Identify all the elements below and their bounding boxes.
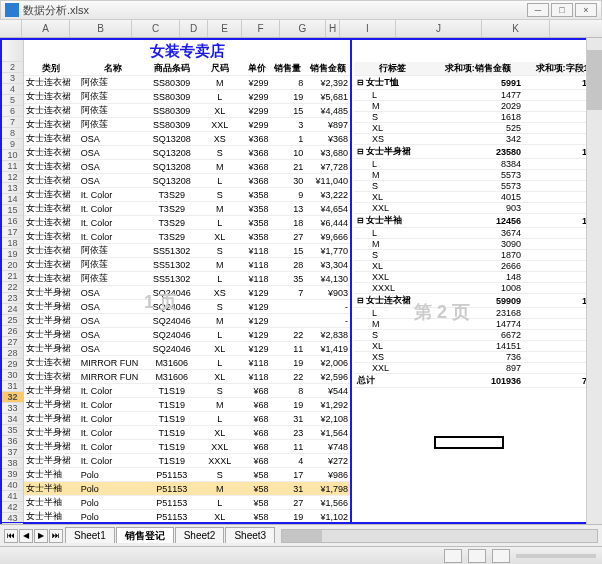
pivot-table[interactable]: 行标签求和项:销售金额求和项:字段1女士T恤5991165L147741M202… <box>354 62 600 388</box>
row-header[interactable]: 31 <box>2 381 23 392</box>
tab-nav-last[interactable]: ⏭ <box>49 529 63 543</box>
pivot-item[interactable]: S187030 <box>354 250 600 261</box>
pivot-item[interactable]: M309050 <box>354 239 600 250</box>
row-header[interactable]: 34 <box>2 414 23 425</box>
row-header[interactable]: 3 <box>2 73 23 84</box>
row-header[interactable]: 10 <box>2 150 23 161</box>
row-header[interactable]: 32 <box>2 392 23 403</box>
tab-nav-prev[interactable]: ◀ <box>19 529 33 543</box>
row-header[interactable]: 9 <box>2 139 23 150</box>
table-row[interactable]: 女士半身裙It. ColorT1S19XL¥6823¥1,564 <box>24 426 350 440</box>
col-header[interactable]: C <box>132 20 180 37</box>
sheet-tab[interactable]: Sheet2 <box>175 527 225 543</box>
table-row[interactable]: 女士连衣裙OSASQ13208L¥36830¥11,040 <box>24 174 350 188</box>
row-header[interactable]: 24 <box>2 304 23 315</box>
col-header[interactable]: B <box>70 20 132 37</box>
row-header[interactable]: 22 <box>2 282 23 293</box>
pivot-item[interactable]: XS3429 <box>354 134 600 145</box>
row-header[interactable]: 19 <box>2 249 23 260</box>
pivot-item[interactable]: XXL14811 <box>354 272 600 283</box>
col-header[interactable]: K <box>482 20 550 37</box>
pivot-item[interactable]: XXXL10086 <box>354 283 600 294</box>
row-header[interactable]: 20 <box>2 260 23 271</box>
row-header[interactable]: 25 <box>2 315 23 326</box>
table-row[interactable]: 女士半身裙It. ColorT1S19S¥688¥544 <box>24 384 350 398</box>
col-header[interactable]: H <box>326 20 340 37</box>
table-row[interactable]: 女士半身裙OSASQ24046M¥129- <box>24 314 350 328</box>
pivot-item[interactable]: XXL8973 <box>354 363 600 374</box>
pivot-item[interactable]: L2316867 <box>354 308 600 319</box>
table-row[interactable]: 女士半身裙OSASQ24046XL¥12911¥1,419 <box>24 342 350 356</box>
row-header[interactable]: 7 <box>2 117 23 128</box>
table-row[interactable]: 女士连衣裙阿依莲SS80309XL¥29915¥4,485 <box>24 104 350 118</box>
table-row[interactable]: 女士连衣裙OSASQ13208M¥36821¥7,728 <box>24 160 350 174</box>
table-row[interactable]: 女士半袖PoloP51153M¥5831¥1,798 <box>24 482 350 496</box>
tab-nav-next[interactable]: ▶ <box>34 529 48 543</box>
pivot-item[interactable]: XL1415142 <box>354 341 600 352</box>
row-header[interactable]: 14 <box>2 194 23 205</box>
row-header[interactable]: 39 <box>2 469 23 480</box>
minimize-button[interactable]: ─ <box>527 3 549 17</box>
row-header[interactable]: 2 <box>2 62 23 73</box>
row-header[interactable]: 21 <box>2 271 23 282</box>
col-header[interactable]: G <box>280 20 326 37</box>
col-header[interactable]: E <box>208 20 242 37</box>
table-row[interactable]: 女士半身裙It. ColorT1S19M¥6819¥1,292 <box>24 398 350 412</box>
pivot-item[interactable]: S161844 <box>354 112 600 123</box>
row-header[interactable]: 27 <box>2 337 23 348</box>
table-row[interactable]: 女士半袖PoloP51153XL¥5819¥1,102 <box>24 510 350 523</box>
table-row[interactable]: 女士连衣裙MIRROR FUNM31606L¥11819¥2,006 <box>24 356 350 370</box>
pivot-item[interactable]: M202956 <box>354 101 600 112</box>
row-header[interactable]: 30 <box>2 370 23 381</box>
row-header[interactable]: 5 <box>2 95 23 106</box>
row-header[interactable]: 37 <box>2 447 23 458</box>
pivot-group[interactable]: 女士连衣裙59909173 <box>354 294 600 308</box>
row-header[interactable]: 23 <box>2 293 23 304</box>
table-row[interactable]: 女士连衣裙MIRROR FUNM31606XL¥11822¥2,596 <box>24 370 350 384</box>
table-row[interactable]: 女士半袖PoloP51153L¥5827¥1,566 <box>24 496 350 510</box>
row-header[interactable]: 26 <box>2 326 23 337</box>
pivot-item[interactable]: L367459 <box>354 228 600 239</box>
table-row[interactable]: 女士连衣裙OSASQ13208XS¥3681¥368 <box>24 132 350 146</box>
data-table[interactable]: 类别名称商品条码尺码单价销售量销售金额女士连衣裙阿依莲SS80309M¥2998… <box>24 62 350 522</box>
view-break-button[interactable] <box>492 549 510 563</box>
table-row[interactable]: 女士连衣裙阿依莲SS51302S¥11815¥1,770 <box>24 244 350 258</box>
table-row[interactable]: 女士半身裙It. ColorT1S19XXXL¥684¥272 <box>24 454 350 468</box>
pivot-item[interactable]: XL266642 <box>354 261 600 272</box>
table-row[interactable]: 女士连衣裙OSASQ13208S¥36810¥3,680 <box>24 146 350 160</box>
row-header[interactable]: 17 <box>2 227 23 238</box>
sheet-tab[interactable]: Sheet3 <box>225 527 275 543</box>
pivot-item[interactable]: L838469 <box>354 159 600 170</box>
row-header[interactable]: 38 <box>2 458 23 469</box>
row-header[interactable]: 11 <box>2 161 23 172</box>
pivot-item[interactable]: XL401533 <box>354 192 600 203</box>
pivot-item[interactable]: S557344 <box>354 181 600 192</box>
table-row[interactable]: 女士半身裙OSASQ24046L¥12922¥2,838 <box>24 328 350 342</box>
sheet-tab[interactable]: Sheet1 <box>65 527 115 543</box>
row-header[interactable]: 36 <box>2 436 23 447</box>
zoom-slider[interactable] <box>516 554 596 558</box>
table-row[interactable]: 女士连衣裙阿依莲SS51302M¥11828¥3,304 <box>24 258 350 272</box>
row-header[interactable]: 6 <box>2 106 23 117</box>
row-header[interactable]: 33 <box>2 403 23 414</box>
row-header[interactable]: 35 <box>2 425 23 436</box>
row-header[interactable]: 41 <box>2 491 23 502</box>
table-row[interactable]: 女士连衣裙阿依莲SS51302L¥11835¥4,130 <box>24 272 350 286</box>
pivot-item[interactable]: XXL9037 <box>354 203 600 214</box>
col-header[interactable]: I <box>340 20 396 37</box>
table-row[interactable]: 女士连衣裙It. ColorT3S29S¥3589¥3,222 <box>24 188 350 202</box>
table-row[interactable]: 女士半身裙OSASQ24046S¥129- <box>24 300 350 314</box>
row-header[interactable]: 4 <box>2 84 23 95</box>
horizontal-scrollbar[interactable] <box>281 529 598 543</box>
pivot-item[interactable]: M1477442 <box>354 319 600 330</box>
row-header[interactable]: 42 <box>2 502 23 513</box>
vertical-scrollbar[interactable] <box>586 38 602 524</box>
table-row[interactable]: 女士半身裙It. ColorT1S19L¥6831¥2,108 <box>24 412 350 426</box>
pivot-item[interactable]: S667218 <box>354 330 600 341</box>
col-header[interactable]: A <box>22 20 70 37</box>
table-row[interactable]: 女士连衣裙阿依莲SS80309XXL¥2993¥897 <box>24 118 350 132</box>
pivot-item[interactable]: M557343 <box>354 170 600 181</box>
sheet-tab[interactable]: 销售登记 <box>116 527 174 543</box>
select-all-corner[interactable] <box>0 20 22 37</box>
table-row[interactable]: 女士半袖PoloP51153S¥5817¥986 <box>24 468 350 482</box>
